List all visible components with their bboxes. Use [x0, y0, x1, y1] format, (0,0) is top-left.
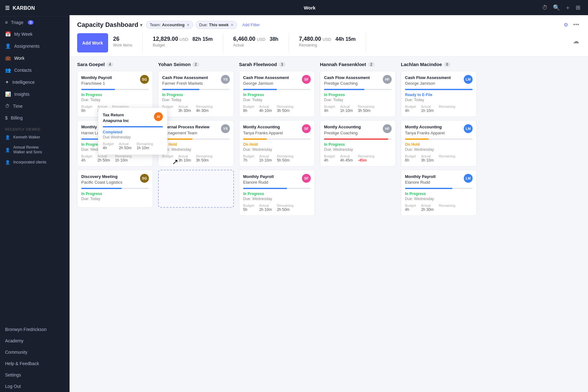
recent-item-annual-review[interactable]: 👤Annual ReviewWalker and Sons	[0, 143, 70, 157]
label-time: Time	[13, 104, 23, 109]
recent-label-incorporated-clients: Incorporated clients	[13, 160, 46, 165]
sidebar-item-assignments[interactable]: 👤Assignments	[0, 40, 70, 52]
card-title-c12: Montly AccountingTanya Franks Apparel	[405, 124, 473, 136]
work-card-c7[interactable]: SF Montly AccountingTanya Franks Apparel…	[239, 120, 315, 166]
drop-zone-yohan[interactable]	[158, 170, 234, 208]
sidebar-bottom-community[interactable]: Community	[0, 346, 70, 358]
add-filter-button[interactable]: Add Filter	[240, 21, 262, 28]
bottom-label-logout: Log Out	[5, 384, 21, 389]
sidebar-bottom-settings[interactable]: Settings	[0, 369, 70, 381]
hamburger-icon[interactable]: ☰	[5, 5, 9, 11]
card-stats-c7: Budget 7h Actual 1h 10m Remaining 5h 50m	[243, 154, 311, 162]
sidebar-item-insights[interactable]: 📊Insights	[0, 88, 70, 100]
work-card-c11[interactable]: LM Cash Flow AssessmentGeorge Jamison Re…	[401, 71, 477, 117]
cards-list-yohan: YS Cash Flow AssessmentFarmer Fresh Mark…	[158, 71, 234, 387]
sidebar-bottom-bronwyn[interactable]: Bronwyn Fredrickson	[0, 324, 70, 335]
bottom-label-help: Help & Feedback	[5, 361, 39, 366]
sidebar-item-triage[interactable]: ≡Triage9	[0, 16, 70, 28]
add-work-button[interactable]: Add Work	[77, 33, 108, 52]
card-title-c10: Montly AccountingPrestige Coaching	[324, 124, 392, 136]
work-card-c9[interactable]: HF Cash Flow AssessmentPrestige Coaching…	[320, 71, 396, 117]
column-count-lachlan: 0	[444, 62, 450, 67]
column-header-hannah: Hannah Faesenkloet2	[320, 62, 396, 67]
work-card-c5[interactable]: YS Internal Process ReviewManagement Tea…	[158, 120, 234, 166]
column-name-sarah: Sarah Fleetwood	[239, 62, 277, 67]
sidebar-header: ☰ KARBON	[0, 0, 70, 16]
progress-c8	[243, 188, 311, 189]
status-c9: In Progress	[324, 93, 392, 97]
column-count-sara: 4	[107, 62, 113, 67]
sidebar: ☰ KARBON ≡Triage9📅My Week👤Assignments💼Wo…	[0, 0, 70, 392]
column-header-sarah: Sarah Fleetwood3	[239, 62, 315, 67]
label-billing: Billing	[11, 115, 22, 120]
sidebar-item-time[interactable]: ⏱Time	[0, 100, 70, 112]
recently-viewed-label: RECENTLY VIEWED	[0, 124, 70, 132]
work-card-c3[interactable]: SG Discovery MeetingPacific Coast Logist…	[77, 170, 153, 208]
icon-insights: 📊	[5, 91, 11, 97]
filter-due-close[interactable]: ✕	[230, 23, 234, 27]
topbar-icons: ⏱ 🔍 ＋ ⊞	[542, 4, 580, 11]
due-c8: Due: Wednesday	[243, 197, 311, 201]
work-card-c13[interactable]: LM Monthly PayrollElanore Rudd In Progre…	[401, 170, 477, 216]
popup-card[interactable]: Tax ReturnAnapurna Inc AI Completed Due …	[98, 107, 168, 155]
filter-settings-icon[interactable]: ⚙	[562, 21, 569, 29]
sidebar-bottom-help[interactable]: Help & Feedback	[0, 358, 70, 369]
recent-label-annual-review: Annual ReviewWalker and Sons	[13, 145, 42, 155]
work-card-c4[interactable]: YS Cash Flow AssessmentFarmer Fresh Mark…	[158, 71, 234, 117]
grid-icon[interactable]: ⊞	[576, 4, 580, 11]
filter-team-close[interactable]: ✕	[187, 23, 190, 27]
work-card-c12[interactable]: LM Montly AccountingTanya Franks Apparel…	[401, 120, 477, 166]
icon-my-week: 📅	[5, 31, 11, 37]
label-contacts: Contacts	[14, 68, 32, 73]
sidebar-item-billing[interactable]: $Billing	[0, 112, 70, 124]
cloud-icon[interactable]: ☁	[572, 36, 580, 46]
progress-c13	[405, 188, 473, 189]
popup-title: Tax ReturnAnapurna Inc	[103, 112, 163, 124]
column-hannah: Hannah Faesenkloet2 HF Cash Flow Assessm…	[320, 62, 396, 387]
stat-actual: 6,460.00 USD 38h Actual	[233, 33, 289, 52]
status-c5: On Hold	[162, 142, 230, 147]
more-icon[interactable]: •••	[572, 20, 580, 29]
add-icon[interactable]: ＋	[565, 4, 571, 11]
column-name-sara: Sara Goepel	[77, 62, 105, 67]
column-name-hannah: Hannah Faesenkloet	[320, 62, 366, 67]
cards-list-lachlan: LM Cash Flow AssessmentGeorge Jamison Re…	[401, 71, 477, 387]
bottom-label-academy: Academy	[5, 338, 23, 343]
card-title-c3: Discovery MeetingPacific Coast Logistics	[81, 174, 149, 185]
card-stats-c9: Budget 4h Actual 1h 10m Remaining 3h 50m	[324, 105, 392, 113]
column-count-hannah: 2	[368, 62, 375, 67]
clock-icon[interactable]: ⏱	[542, 4, 548, 11]
avatar-c9: HF	[383, 75, 392, 84]
status-c4: In Progress	[162, 93, 230, 97]
popup-actual: Actual 2h 50m	[119, 142, 132, 150]
label-my-week: My Week	[14, 32, 33, 37]
sidebar-item-my-week[interactable]: 📅My Week	[0, 28, 70, 40]
due-c6: Due: Today	[243, 98, 311, 102]
popup-progress-bar	[103, 126, 163, 127]
card-stats-c5: Budget Actual 3h 10m Remaining 3h 50m	[162, 154, 230, 162]
due-c12: Due: Wednesday	[405, 147, 473, 152]
recent-item-incorporated-clients[interactable]: 👤Incorporated clients	[0, 157, 70, 168]
recent-item-kenneth-walker[interactable]: 👤Kenneth Walker	[0, 132, 70, 143]
work-card-c8[interactable]: SF Monthly PayrollElanore Rudd In Progre…	[239, 170, 315, 216]
sidebar-item-contacts[interactable]: 👥Contacts	[0, 64, 70, 76]
progress-c5	[162, 138, 230, 140]
work-card-c10[interactable]: HF Montly AccountingPrestige Coaching In…	[320, 120, 396, 166]
recent-icon-incorporated-clients: 👤	[5, 160, 10, 165]
work-card-c6[interactable]: SF Cash Flow AssessmentGeorge Jamison In…	[239, 71, 315, 117]
due-c1: Due: Today	[81, 98, 149, 102]
progress-c6	[243, 89, 311, 90]
avatar-c4: YS	[221, 75, 230, 84]
recent-icon-annual-review: 👤	[5, 148, 10, 152]
sidebar-bottom-logout[interactable]: Log Out	[0, 381, 70, 392]
progress-c7	[243, 138, 311, 140]
sidebar-nav: ≡Triage9📅My Week👤Assignments💼Work👥Contac…	[0, 16, 70, 124]
sidebar-bottom-academy[interactable]: Academy	[0, 335, 70, 346]
title-chevron[interactable]: ▾	[140, 22, 142, 28]
popup-status: Completed	[103, 130, 163, 134]
search-icon[interactable]: 🔍	[553, 4, 560, 11]
sidebar-item-work[interactable]: 💼Work	[0, 52, 70, 64]
due-c7: Due: Wednesday	[243, 147, 311, 152]
sidebar-item-intelligence[interactable]: ✦Intelligence	[0, 76, 70, 88]
icon-contacts: 👥	[5, 67, 11, 73]
